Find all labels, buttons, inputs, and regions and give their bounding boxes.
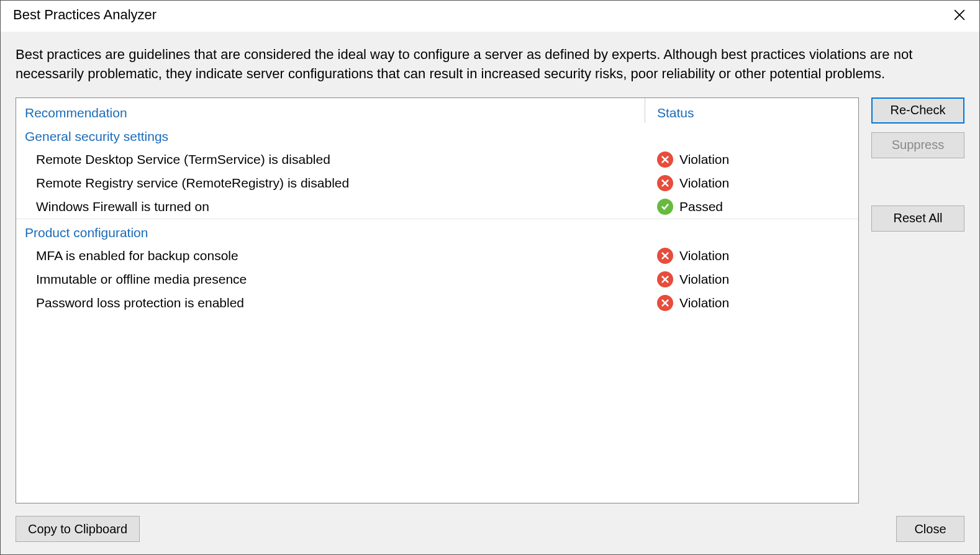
footer: Copy to Clipboard Close xyxy=(16,516,964,542)
recommendation-text: Windows Firewall is turned on xyxy=(25,199,657,214)
table-row[interactable]: Remote Desktop Service (TermService) is … xyxy=(16,148,858,171)
close-button[interactable]: Close xyxy=(896,516,964,542)
status-cell: Violation xyxy=(657,151,850,168)
status-label: Violation xyxy=(679,176,729,191)
status-label: Violation xyxy=(679,152,729,167)
column-header-recommendation[interactable]: Recommendation xyxy=(25,106,657,120)
table-row[interactable]: Windows Firewall is turned on Passed xyxy=(16,195,858,219)
recommendation-text: Password loss protection is enabled xyxy=(25,296,657,310)
dialog-content: Best practices are guidelines that are c… xyxy=(1,32,979,554)
recommendation-text: Immutable or offline media presence xyxy=(25,272,657,287)
suppress-button: Suppress xyxy=(871,132,964,158)
recommendation-text: Remote Registry service (RemoteRegistry)… xyxy=(25,176,657,191)
button-spacer xyxy=(871,167,964,197)
status-label: Violation xyxy=(679,296,729,310)
group-header: Product configuration xyxy=(16,219,858,244)
column-header-status[interactable]: Status xyxy=(657,106,850,120)
copy-clipboard-button[interactable]: Copy to Clipboard xyxy=(16,516,140,542)
status-cell: Violation xyxy=(657,271,850,287)
status-label: Passed xyxy=(679,199,723,214)
footer-right: Close xyxy=(896,516,964,542)
violation-icon xyxy=(657,151,673,168)
recheck-button[interactable]: Re-Check xyxy=(871,97,964,124)
side-button-panel: Re-Check Suppress Reset All xyxy=(871,97,964,503)
status-label: Violation xyxy=(679,248,729,263)
violation-icon xyxy=(657,271,673,287)
table-row[interactable]: Remote Registry service (RemoteRegistry)… xyxy=(16,171,858,195)
results-table: Recommendation Status General security s… xyxy=(16,97,859,503)
close-icon[interactable] xyxy=(947,6,972,24)
status-label: Violation xyxy=(679,272,729,287)
footer-left: Copy to Clipboard xyxy=(16,516,140,542)
group-header: General security settings xyxy=(16,125,858,148)
table-header: Recommendation Status xyxy=(16,98,858,125)
status-cell: Violation xyxy=(657,295,850,311)
table-row[interactable]: MFA is enabled for backup console Violat… xyxy=(16,244,858,268)
dialog-title: Best Practices Analyzer xyxy=(13,7,157,23)
violation-icon xyxy=(657,248,673,264)
column-header-status-label: Status xyxy=(657,106,694,120)
table-row[interactable]: Immutable or offline media presence Viol… xyxy=(16,268,858,291)
main-area: Recommendation Status General security s… xyxy=(16,97,964,503)
recommendation-text: MFA is enabled for backup console xyxy=(25,248,657,263)
dialog-window: Best Practices Analyzer Best practices a… xyxy=(0,0,980,555)
reset-all-button[interactable]: Reset All xyxy=(871,205,964,232)
recommendation-text: Remote Desktop Service (TermService) is … xyxy=(25,152,657,167)
table-row[interactable]: Password loss protection is enabled Viol… xyxy=(16,291,858,315)
column-divider xyxy=(645,98,645,123)
status-cell: Violation xyxy=(657,248,850,264)
status-cell: Violation xyxy=(657,175,850,191)
status-cell: Passed xyxy=(657,199,850,215)
passed-icon xyxy=(657,199,673,215)
title-bar: Best Practices Analyzer xyxy=(1,1,979,32)
description-text: Best practices are guidelines that are c… xyxy=(16,45,964,84)
violation-icon xyxy=(657,175,673,191)
violation-icon xyxy=(657,295,673,311)
